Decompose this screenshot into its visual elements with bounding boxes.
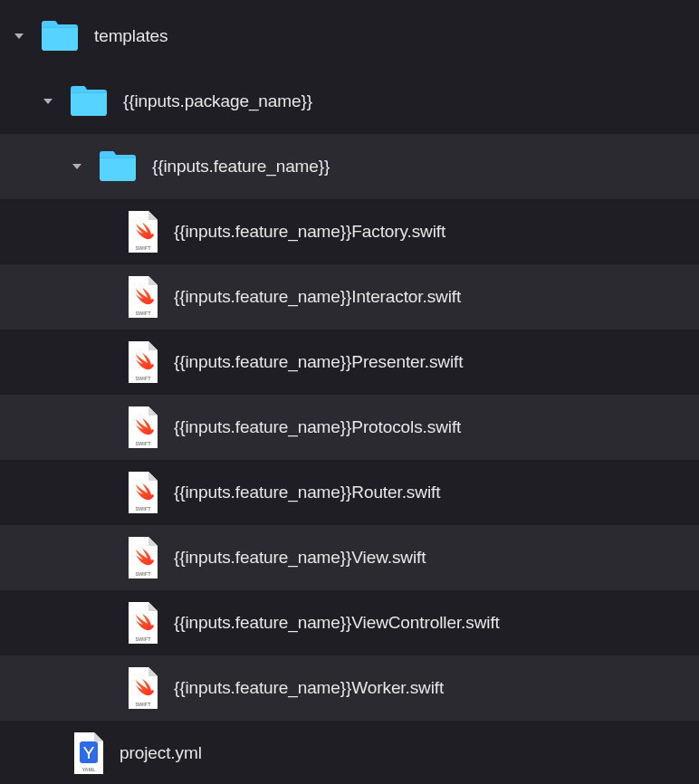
file-tree: templates {{inputs.package_name}} {{inpu… bbox=[0, 0, 699, 784]
file-name-label: {{inputs.feature_name}}Factory.swift bbox=[174, 222, 445, 242]
swift-file-icon bbox=[125, 405, 161, 450]
swift-file-icon bbox=[125, 665, 161, 711]
chevron-down-icon[interactable] bbox=[71, 160, 83, 173]
folder-icon bbox=[67, 80, 110, 123]
file-name-label: {{inputs.feature_name}}View.swift bbox=[174, 548, 426, 568]
file-name-label: project.yml bbox=[120, 743, 202, 763]
tree-row-project-yml[interactable]: project.yml bbox=[0, 721, 699, 784]
tree-row-file[interactable]: {{inputs.feature_name}}Router.swift bbox=[0, 460, 699, 525]
file-name-label: {{inputs.feature_name}}Protocols.swift bbox=[174, 417, 461, 437]
tree-row-file[interactable]: {{inputs.feature_name}}View.swift bbox=[0, 525, 699, 590]
swift-file-icon bbox=[125, 209, 161, 254]
chevron-down-icon[interactable] bbox=[13, 30, 25, 43]
tree-item-label: {{inputs.package_name}} bbox=[123, 91, 312, 111]
swift-file-icon bbox=[125, 339, 161, 385]
tree-item-label: {{inputs.feature_name}} bbox=[152, 157, 330, 177]
file-name-label: {{inputs.feature_name}}Presenter.swift bbox=[174, 352, 463, 372]
swift-file-icon bbox=[125, 470, 161, 515]
file-name-label: {{inputs.feature_name}}ViewController.sw… bbox=[174, 613, 500, 633]
folder-icon bbox=[38, 14, 81, 58]
tree-row-file[interactable]: {{inputs.feature_name}}ViewController.sw… bbox=[0, 590, 699, 655]
tree-row-file[interactable]: {{inputs.feature_name}}Interactor.swift bbox=[0, 264, 699, 330]
folder-icon bbox=[96, 145, 139, 188]
file-name-label: {{inputs.feature_name}}Router.swift bbox=[174, 483, 440, 502]
swift-file-icon bbox=[125, 600, 161, 645]
swift-file-icon bbox=[125, 274, 161, 320]
file-name-label: {{inputs.feature_name}}Interactor.swift bbox=[174, 287, 461, 307]
yaml-file-icon bbox=[71, 731, 107, 776]
tree-item-label: templates bbox=[94, 26, 168, 46]
tree-row-package[interactable]: {{inputs.package_name}} bbox=[0, 69, 699, 134]
tree-row-templates[interactable]: templates bbox=[0, 4, 699, 69]
tree-row-file[interactable]: {{inputs.feature_name}}Presenter.swift bbox=[0, 330, 699, 395]
swift-file-icon bbox=[125, 535, 161, 580]
file-name-label: {{inputs.feature_name}}Worker.swift bbox=[174, 678, 444, 698]
tree-row-file[interactable]: {{inputs.feature_name}}Factory.swift bbox=[0, 199, 699, 264]
tree-row-file[interactable]: {{inputs.feature_name}}Worker.swift bbox=[0, 655, 699, 721]
tree-row-file[interactable]: {{inputs.feature_name}}Protocols.swift bbox=[0, 395, 699, 460]
chevron-down-icon[interactable] bbox=[42, 95, 54, 108]
tree-row-feature[interactable]: {{inputs.feature_name}} bbox=[0, 134, 699, 199]
